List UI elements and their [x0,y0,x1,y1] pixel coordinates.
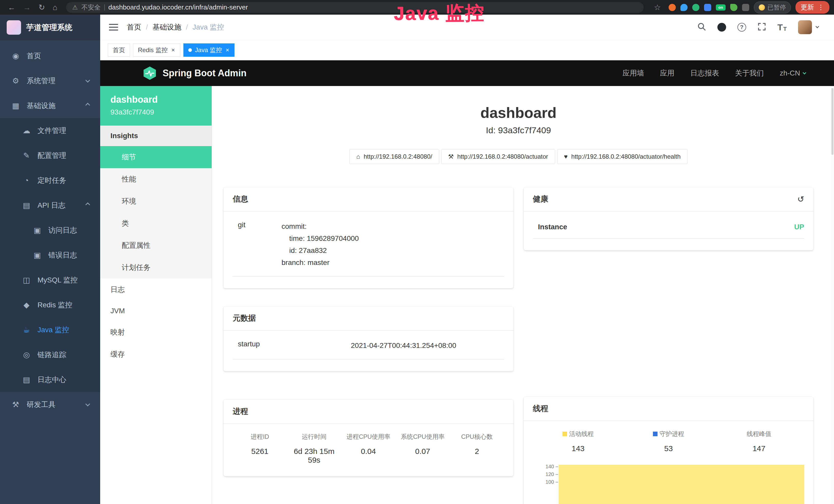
sidebar-item-log-center[interactable]: ▤ 日志中心 [0,367,100,392]
sidebar-item-error-logs[interactable]: ▣ 错误日志 [0,243,100,268]
breadcrumb: 首页 / 基础设施 / Java 监控 [127,22,224,32]
sidebar-item-dev-tools[interactable]: ⚒ 研发工具 [0,392,100,417]
address-bar[interactable]: ⚠ 不安全 dashboard.yudao.iocoder.cn/infra/a… [66,2,644,13]
github-icon[interactable] [717,23,726,31]
sba-item-details[interactable]: 细节 [100,146,212,168]
sidebar-item-redis-monitor[interactable]: ◆ Redis 监控 [0,293,100,317]
paused-badge[interactable]: 已暂停 [754,2,791,13]
active-tab-dot [188,48,192,52]
card-title: 进程 [233,406,248,417]
sidebar-item-java-monitor[interactable]: ☕ Java 监控 [0,317,100,342]
drop-extension-icon[interactable] [680,4,687,11]
info-key: git [233,220,282,269]
leaf-extension-icon[interactable] [730,4,738,11]
actuator-url-button[interactable]: ⚒ http://192.168.0.2:48080/actuator [441,149,555,164]
forward-icon[interactable]: → [20,3,34,12]
sba-item-environment[interactable]: 环境 [100,190,212,212]
sidebar-item-trace[interactable]: ◎ 链路追踪 [0,342,100,367]
sidebar-item-infrastructure[interactable]: ▦ 基础设施 [0,93,100,118]
nav-applications[interactable]: 应用 [660,68,675,78]
question-icon[interactable]: ? [738,23,746,31]
insights-section-label: Insights [100,125,212,146]
card-header: 健康 ↺ [524,187,814,211]
nav-journal[interactable]: 日志报表 [690,68,719,78]
tools-icon: ⚒ [11,400,21,409]
sidebar-item-system[interactable]: ⚙ 系统管理 [0,68,100,93]
sba-item-mappings[interactable]: 映射 [100,321,212,343]
metric-uptime: 运行时间 6d 23h 15m 59s [287,433,341,464]
sidebar-item-access-logs[interactable]: ▣ 访问日志 [0,218,100,243]
metadata-value: 2021-04-27T00:44:31.254+08:00 [351,339,504,351]
locale-selector[interactable]: zh-CN [780,69,806,77]
nav-about[interactable]: 关于我们 [735,68,764,78]
breadcrumb-infrastructure[interactable]: 基础设施 [153,22,181,32]
sidebar-item-mysql-monitor[interactable]: ◫ MySQL 监控 [0,268,100,293]
bookmark-star-icon[interactable]: ☆ [651,3,664,12]
legend-peak-threads: 线程峰值 147 [714,430,804,453]
page-instance-id: Id: 93a3fc7f7409 [223,125,813,135]
scrollbar-thumb[interactable] [831,88,833,155]
chevron-down-icon [85,78,90,83]
service-url-button[interactable]: ⌂ http://192.168.0.2:48080/ [349,149,439,164]
sidebar-item-config-management[interactable]: ✎ 配置管理 [0,143,100,168]
switch-on-extension-icon[interactable]: on [716,4,726,10]
sba-item-logs[interactable]: 日志 [100,279,212,301]
app-logo[interactable]: 芋道管理系统 [0,15,100,40]
back-icon[interactable]: ← [5,3,19,12]
home-icon[interactable]: ⌂ [49,3,60,12]
sba-item-jvm[interactable]: JVM [100,301,212,321]
sidebar-item-home[interactable]: ◉ 首页 [0,43,100,68]
sba-item-caches[interactable]: 缓存 [100,343,212,365]
reload-icon[interactable]: ↻ [36,3,48,12]
history-icon[interactable]: ↺ [797,194,804,204]
fullscreen-icon[interactable] [758,22,766,32]
security-label[interactable]: 不安全 [82,3,101,12]
font-size-icon[interactable]: T T [777,22,787,32]
tab-label: 首页 [113,46,125,54]
search-icon[interactable] [697,22,706,32]
sba-brand[interactable]: Spring Boot Admin [142,66,247,81]
sidebar-item-scheduled-tasks[interactable]: ◔ 定时任务 [0,168,100,193]
scrollbar[interactable] [831,86,834,504]
emoji-icon [759,4,765,10]
sidebar-item-api-logs[interactable]: ▤ API 日志 [0,193,100,218]
sba-item-classes[interactable]: 类 [100,212,212,234]
sidebar-item-label: 研发工具 [27,400,56,410]
sidebar-item-label: API 日志 [38,201,66,210]
git-commit-line: commit: [282,220,504,232]
info-row: git commit: time: 1596289704000 id: 27aa… [233,220,504,276]
lion-extension-icon[interactable] [668,4,676,11]
sidebar-item-label: 首页 [27,51,41,61]
sba-item-scheduled-tasks[interactable]: 计划任务 [100,256,212,279]
nav-wallboard[interactable]: 应用墙 [622,68,644,78]
chevron-up-icon [85,202,90,207]
puzzle-extension-icon[interactable] [742,4,749,11]
paused-label: 已暂停 [767,3,786,12]
green-extension-icon[interactable] [692,4,699,11]
document-icon: ▣ [32,251,42,259]
user-menu[interactable] [798,20,818,34]
kebab-menu-icon[interactable]: ⋮ [817,3,824,11]
tab-home[interactable]: 首页 [108,43,130,57]
close-icon[interactable]: × [171,46,175,54]
grid-extension-icon[interactable] [704,4,711,11]
update-button[interactable]: 更新 ⋮ [795,1,829,14]
chevron-up-icon [85,103,90,107]
instance-header[interactable]: dashboard 93a3fc7f7409 [100,86,212,125]
sba-brand-title: Spring Boot Admin [162,68,247,78]
url-text[interactable]: dashboard.yudao.iocoder.cn/infra/admin-s… [108,3,248,11]
sba-content: dashboard Id: 93a3fc7f7409 ⌂ http://192.… [212,86,834,504]
sidebar-item-label: 链路追踪 [38,350,66,360]
legend-label: 活动线程 [569,430,594,438]
chevron-down-icon [85,402,90,406]
sba-item-config-props[interactable]: 配置属性 [100,234,212,256]
tab-redis-monitor[interactable]: Redis 监控 × [133,43,180,57]
sba-item-metrics[interactable]: 性能 [100,168,212,190]
health-url-button[interactable]: ♥ http://192.168.0.2:48080/actuator/heal… [557,149,687,164]
close-icon[interactable]: × [225,46,229,54]
sidebar-item-file-management[interactable]: ☁ 文件管理 [0,118,100,143]
hamburger-icon[interactable] [109,23,118,31]
actuator-url-label: http://192.168.0.2:48080/actuator [457,153,548,160]
tab-java-monitor[interactable]: Java 监控 × [183,43,235,57]
breadcrumb-home[interactable]: 首页 [127,22,141,32]
